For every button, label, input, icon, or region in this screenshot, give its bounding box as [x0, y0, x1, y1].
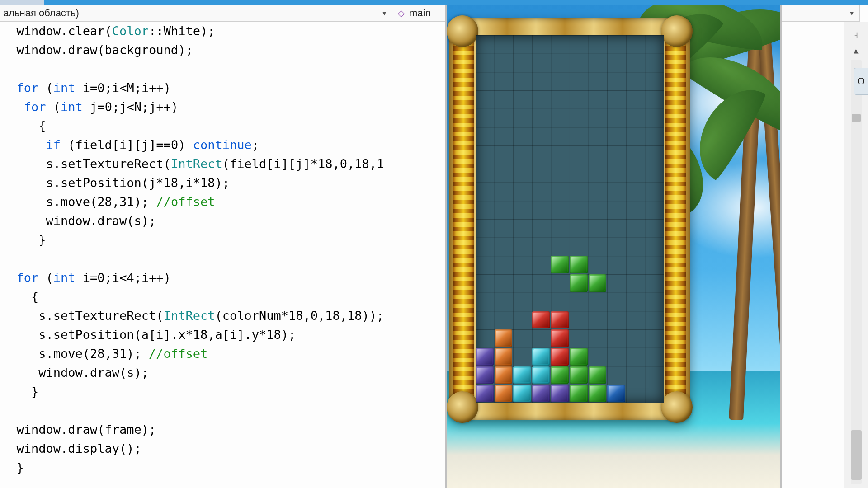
frame-corner — [447, 391, 478, 423]
tetris-block — [551, 329, 569, 347]
tetris-block — [476, 385, 494, 402]
tetris-block — [495, 366, 513, 384]
tetris-block — [476, 348, 494, 366]
scrollbar-thumb[interactable] — [851, 430, 862, 480]
cube-icon: ◇ — [398, 8, 405, 19]
tetris-playfield — [476, 35, 664, 403]
tetris-block — [495, 348, 513, 366]
tetris-block — [476, 366, 494, 384]
tetris-block — [495, 329, 513, 347]
tetris-block — [495, 385, 513, 402]
scope-dropdown[interactable]: альная область) ▼ — [0, 5, 392, 22]
tetris-block — [570, 385, 588, 402]
scrollbar-mark — [852, 114, 861, 122]
tetris-block — [570, 256, 588, 273]
code-editor[interactable]: window.clear(Color::White); window.draw(… — [0, 22, 445, 488]
side-panel-label: O — [857, 75, 865, 87]
tetris-block — [551, 256, 569, 273]
frame-corner — [661, 15, 693, 47]
split-window-button[interactable]: ⫞ — [848, 26, 865, 43]
title-bar-inactive — [0, 0, 44, 5]
tetris-block — [589, 366, 607, 384]
tetris-block — [551, 366, 569, 384]
frame-corner — [661, 391, 693, 423]
tetris-block — [532, 366, 550, 384]
tetris-block — [532, 348, 550, 366]
scroll-up-icon[interactable]: ▲ — [854, 47, 859, 56]
tetris-block — [570, 348, 588, 366]
tetris-block — [532, 385, 550, 402]
tetris-frame — [449, 18, 690, 420]
tetris-block — [589, 385, 607, 402]
game-output-window — [445, 5, 782, 488]
scrollbar-track[interactable] — [851, 60, 862, 484]
scope-label: альная область) — [3, 7, 79, 19]
tetris-block — [513, 366, 531, 384]
frame-corner — [447, 15, 478, 47]
tetris-block — [551, 348, 569, 366]
tetris-block — [589, 274, 607, 292]
chevron-down-icon: ▼ — [849, 9, 855, 17]
tetris-block — [570, 274, 588, 292]
frame-pillar — [453, 27, 474, 412]
tetris-block — [532, 311, 550, 329]
frame-pillar — [665, 27, 686, 412]
tetris-block — [607, 385, 625, 402]
title-bar-active — [44, 0, 868, 5]
tetris-block — [570, 366, 588, 384]
code-text[interactable]: window.clear(Color::White); window.draw(… — [2, 22, 445, 477]
symbol-label: main — [409, 7, 431, 19]
chevron-down-icon: ▼ — [381, 9, 387, 17]
tetris-block — [551, 311, 569, 329]
tetris-block — [513, 385, 531, 402]
tetris-block — [551, 385, 569, 402]
fade-overlay — [434, 22, 445, 488]
side-panel-tab[interactable]: O — [854, 68, 868, 95]
